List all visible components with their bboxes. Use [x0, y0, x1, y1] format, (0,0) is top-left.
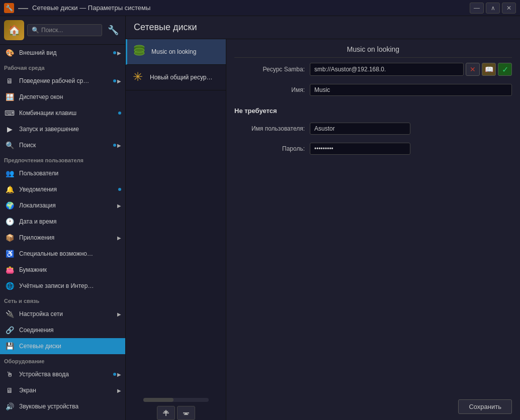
save-button[interactable]: Сохранить	[458, 399, 512, 414]
samba-input-group: ✕ 📖 ✓	[310, 63, 512, 76]
form-row-username: Имя пользователя:	[234, 123, 512, 135]
sidebar-item-locale[interactable]: 🌍 Локализация ▶	[0, 197, 125, 214]
accessibility-icon: ♿	[4, 248, 15, 259]
maximize-button[interactable]: ∧	[486, 3, 500, 14]
sidebar-item-appearance[interactable]: 🎨 Внешний вид ▶	[0, 45, 125, 61]
asterisk-icon: ✳	[131, 69, 145, 86]
drive-item-label: Новый общий ресур…	[150, 74, 212, 81]
drive-list-footer	[126, 396, 226, 420]
sidebar-item-label: Учётные записи в Интер…	[19, 282, 121, 289]
search-box[interactable]: 🔍 Поиск...	[27, 24, 102, 36]
sidebar-item-label: Бумажник	[19, 266, 121, 273]
network-icon: 🔌	[4, 308, 15, 320]
drive-item-music[interactable]: Music on looking	[126, 39, 226, 65]
dot-indicator	[113, 51, 116, 54]
add-drive-button[interactable]	[157, 406, 175, 420]
sidebar-item-label: Запуск и завершение	[19, 126, 121, 133]
sidebar-item-window-manager[interactable]: 🪟 Диспетчер окон	[0, 89, 125, 105]
window-manager-icon: 🪟	[4, 91, 15, 102]
sidebar-item-label: Дата и время	[19, 218, 121, 225]
auth-section-header: Не требуется	[234, 107, 512, 115]
svg-point-3	[134, 48, 144, 52]
sidebar-header: 🏠 🔍 Поиск... 🔧	[0, 16, 125, 45]
minimize-button[interactable]: —	[470, 3, 484, 14]
sidebar-item-accessibility[interactable]: ♿ Специальные возможно…	[0, 246, 125, 262]
sidebar-item-wallet[interactable]: 👛 Бумажник	[0, 262, 125, 278]
samba-input[interactable]	[310, 63, 464, 76]
startup-icon: ▶	[4, 124, 15, 135]
sidebar-item-apps[interactable]: 📦 Приложения ▶	[0, 230, 125, 246]
form-row-password: Пароль:	[234, 143, 512, 155]
appearance-icon: 🎨	[4, 47, 15, 58]
sidebar-item-arrows	[118, 112, 121, 115]
sidebar-item-notifications[interactable]: 🔔 Уведомления	[0, 181, 125, 197]
clear-samba-button[interactable]: ✕	[466, 63, 480, 76]
name-input[interactable]	[310, 84, 512, 96]
sidebar-item-datetime[interactable]: 🕐 Дата и время	[0, 214, 125, 230]
sidebar-item-shortcuts[interactable]: ⌨ Комбинации клавиш	[0, 105, 125, 121]
sidebar-content: 🎨 Внешний вид ▶ Рабочая среда 🖥 Поведени…	[0, 45, 125, 420]
section-label-hardware: Оборудование	[0, 354, 125, 366]
drive-list-panel: Music on looking ✳ Новый общий ресур…	[126, 39, 226, 420]
dot-indicator	[113, 79, 116, 82]
sidebar-item-network[interactable]: 🔌 Настройка сети ▶	[0, 306, 125, 322]
arrow-icon: ▶	[117, 203, 121, 208]
wallet-icon: 👛	[4, 264, 15, 275]
close-button[interactable]: ✕	[502, 3, 516, 14]
sidebar-item-network-drives[interactable]: 💾 Сетевые диски	[0, 338, 125, 354]
arrow-icon: ▶	[117, 388, 121, 393]
sidebar-item-users[interactable]: 👥 Пользователи	[0, 165, 125, 181]
display-icon: 🖥	[4, 385, 15, 396]
password-input[interactable]	[310, 143, 410, 155]
name-label: Имя:	[234, 86, 305, 93]
browse-button[interactable]: 📖	[482, 63, 496, 76]
content-body: Music on looking ✳ Новый общий ресур…	[126, 39, 520, 420]
dot-indicator	[118, 188, 121, 191]
content-area: Сетевые диски Music on	[126, 16, 520, 420]
username-input[interactable]	[310, 123, 410, 135]
sidebar-item-label: Поведение рабочей ср…	[19, 77, 109, 84]
users-icon: 👥	[4, 168, 15, 179]
input-devices-icon: 🖱	[4, 369, 15, 380]
password-label: Пароль:	[234, 145, 305, 152]
search-placeholder: Поиск...	[41, 27, 63, 34]
home-icon[interactable]: 🏠	[4, 20, 24, 40]
sidebar-item-arrows: ▶	[113, 78, 121, 84]
sidebar-item-arrows: ▶	[117, 311, 121, 317]
arrow-icon: ▶	[117, 235, 121, 241]
samba-label: Ресурс Samba:	[234, 66, 305, 73]
notifications-icon: 🔔	[4, 184, 15, 195]
sidebar-item-display[interactable]: 🖥 Экран ▶	[0, 382, 125, 398]
page-title: Сетевые диски	[126, 16, 520, 39]
sidebar-item-arrows: ▶	[117, 388, 121, 393]
sidebar-item-label: Экран	[19, 387, 113, 394]
sidebar-item-label: Диспетчер окон	[19, 93, 121, 100]
workspace-icon: 🖥	[4, 75, 15, 86]
sidebar-item-startup[interactable]: ▶ Запуск и завершение	[0, 121, 125, 137]
titlebar-title: Сетевые диски — Параметры системы	[32, 4, 150, 12]
footer-buttons	[157, 406, 195, 420]
username-label: Имя пользователя:	[234, 125, 305, 132]
titlebar-left: 🔧 Сетевые диски — Параметры системы	[4, 3, 150, 13]
search-icon: 🔍	[32, 27, 39, 34]
sidebar-item-sound[interactable]: 🔊 Звуковые устройства	[0, 398, 125, 414]
form-row-name: Имя:	[234, 84, 512, 96]
check-button[interactable]: ✓	[498, 63, 512, 76]
app-icon: 🔧	[4, 3, 14, 13]
sidebar-item-input-devices[interactable]: 🖱 Устройства ввода ▶	[0, 366, 125, 382]
drive-item-new-share[interactable]: ✳ Новый общий ресур…	[126, 65, 226, 90]
locale-icon: 🌍	[4, 200, 15, 211]
sidebar-item-label: Локализация	[19, 202, 113, 209]
titlebar-controls: — ∧ ✕	[470, 3, 516, 14]
section-label-user-prefs: Предпочтения пользователя	[0, 153, 125, 165]
sidebar-item-workspace[interactable]: 🖥 Поведение рабочей ср… ▶	[0, 73, 125, 89]
arrow-icon: ▶	[117, 311, 121, 317]
sidebar-item-arrows: ▶	[113, 372, 121, 377]
sidebar-item-accounts[interactable]: 🌐 Учётные записи в Интер…	[0, 278, 125, 294]
sidebar-item-label: Поиск	[19, 142, 109, 149]
sidebar-item-search[interactable]: 🔍 Поиск ▶	[0, 137, 125, 153]
remove-drive-button[interactable]	[177, 406, 195, 420]
arrow-icon: ▶	[117, 78, 121, 84]
svg-text:✳: ✳	[133, 70, 143, 83]
sidebar-item-connections[interactable]: 🔗 Соединения	[0, 322, 125, 338]
